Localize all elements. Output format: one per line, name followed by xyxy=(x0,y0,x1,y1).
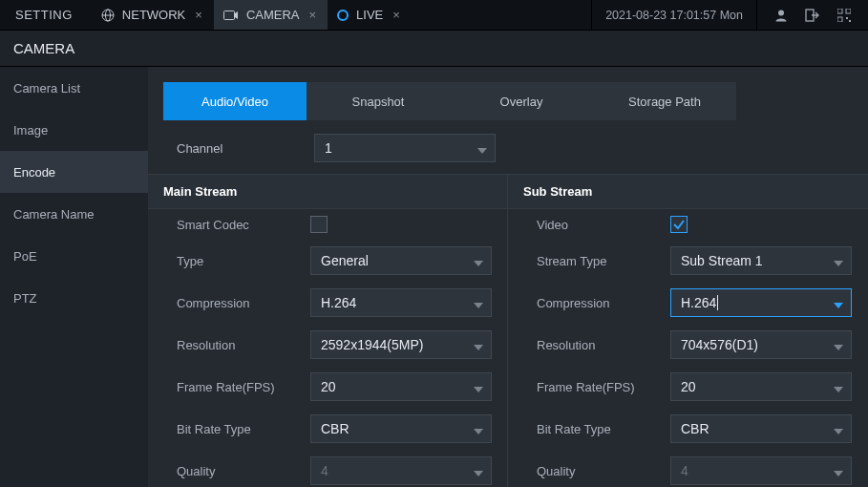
sidebar: Camera List Image Encode Camera Name PoE… xyxy=(0,67,148,487)
select-value: H.264 xyxy=(681,295,716,310)
topbar-actions xyxy=(756,0,868,30)
svg-rect-9 xyxy=(837,17,842,22)
select-value: General xyxy=(321,253,369,268)
page-title: CAMERA xyxy=(0,31,868,67)
sub-bitratetype-row: Bit Rate Type CBR xyxy=(508,408,868,450)
bitratetype-label: Bit Rate Type xyxy=(537,422,670,436)
tab-label: NETWORK xyxy=(122,8,185,22)
sub-resolution-row: Resolution 704x576(D1) xyxy=(508,324,868,366)
globe-icon xyxy=(101,9,115,22)
quality-label: Quality xyxy=(177,464,310,478)
svg-point-4 xyxy=(338,11,348,20)
video-label: Video xyxy=(537,218,670,232)
sub-video-row: Video xyxy=(508,209,868,240)
svg-rect-8 xyxy=(846,9,851,13)
sidebar-item-image[interactable]: Image xyxy=(0,109,148,151)
chevron-down-icon xyxy=(477,143,487,159)
chevron-down-icon xyxy=(834,298,843,313)
main-type-row: Type General xyxy=(148,240,507,282)
topbar-setting[interactable]: SETTING xyxy=(0,0,92,30)
select-value: 2592x1944(5MP) xyxy=(321,337,423,352)
select-value: H.264 xyxy=(321,295,356,310)
main-fps-row: Frame Rate(FPS) 20 xyxy=(148,366,507,408)
select-value: CBR xyxy=(681,421,709,436)
svg-rect-3 xyxy=(223,11,234,19)
svg-rect-11 xyxy=(849,20,851,22)
subtab-snapshot[interactable]: Snapshot xyxy=(307,82,450,120)
subtab-audio-video[interactable]: Audio/Video xyxy=(163,82,307,120)
svg-rect-10 xyxy=(846,17,848,19)
clock: 2021-08-23 17:01:57 Mon xyxy=(591,0,756,30)
sidebar-item-camera-name[interactable]: Camera Name xyxy=(0,193,148,235)
main-type-select[interactable]: General xyxy=(310,246,492,275)
logout-icon[interactable] xyxy=(805,9,820,22)
topbar: SETTING NETWORK × CAMERA × LIVE × 2021-0… xyxy=(0,0,868,31)
bitratetype-label: Bit Rate Type xyxy=(177,422,310,436)
select-value: 20 xyxy=(681,379,696,394)
sidebar-item-ptz[interactable]: PTZ xyxy=(0,277,148,319)
smart-codec-checkbox[interactable] xyxy=(310,216,328,233)
tab-camera[interactable]: CAMERA × xyxy=(214,0,328,30)
sidebar-item-encode[interactable]: Encode xyxy=(0,151,148,193)
circle-icon xyxy=(337,10,349,21)
subtab-overlay[interactable]: Overlay xyxy=(450,82,593,120)
resolution-label: Resolution xyxy=(537,338,670,352)
channel-select[interactable]: 1 xyxy=(314,134,496,162)
sub-resolution-select[interactable]: 704x576(D1) xyxy=(670,330,852,359)
type-label: Type xyxy=(177,254,310,268)
tab-label: CAMERA xyxy=(246,8,300,22)
main-resolution-row: Resolution 2592x1944(5MP) xyxy=(148,324,507,366)
select-value: CBR xyxy=(321,421,349,436)
chevron-down-icon xyxy=(474,256,483,271)
qr-icon[interactable] xyxy=(837,9,851,22)
compression-label: Compression xyxy=(177,296,310,310)
topbar-spacer xyxy=(412,0,591,30)
sub-bitratetype-select[interactable]: CBR xyxy=(670,414,852,443)
sub-fps-select[interactable]: 20 xyxy=(670,372,852,401)
chevron-down-icon xyxy=(474,424,483,439)
chevron-down-icon xyxy=(834,466,843,481)
chevron-down-icon xyxy=(474,382,483,397)
sidebar-item-camera-list[interactable]: Camera List xyxy=(0,67,148,109)
tab-network[interactable]: NETWORK × xyxy=(92,0,214,30)
chevron-down-icon xyxy=(474,298,483,313)
main-resolution-select[interactable]: 2592x1944(5MP) xyxy=(310,330,492,359)
streams: Main Stream Smart Codec Type General Com… xyxy=(148,174,868,487)
sub-streamtype-select[interactable]: Sub Stream 1 xyxy=(670,246,852,275)
subtab-storage-path[interactable]: Storage Path xyxy=(593,82,736,120)
sidebar-item-poe[interactable]: PoE xyxy=(0,235,148,277)
main-quality-row: Quality 4 xyxy=(148,450,507,487)
main-fps-select[interactable]: 20 xyxy=(310,372,492,401)
select-value: 4 xyxy=(321,463,328,478)
select-value: 4 xyxy=(681,463,688,478)
compression-label: Compression xyxy=(537,296,670,310)
sub-compression-row: Compression H.264 xyxy=(508,282,868,324)
sub-stream-header: Sub Stream xyxy=(508,175,868,209)
tab-live[interactable]: LIVE × xyxy=(328,0,412,30)
main-bitratetype-select[interactable]: CBR xyxy=(310,414,492,443)
subtabs: Audio/Video Snapshot Overlay Storage Pat… xyxy=(148,67,868,130)
close-icon[interactable]: × xyxy=(193,8,204,22)
user-icon[interactable] xyxy=(774,9,788,22)
svg-rect-7 xyxy=(837,9,842,13)
chevron-down-icon xyxy=(834,424,843,439)
close-icon[interactable]: × xyxy=(307,8,319,22)
chevron-down-icon xyxy=(474,340,483,355)
channel-value: 1 xyxy=(325,140,332,156)
sub-quality-select[interactable]: 4 xyxy=(670,456,852,485)
topbar-tabs: NETWORK × CAMERA × LIVE × xyxy=(92,0,412,30)
text-caret xyxy=(717,295,718,310)
chevron-down-icon xyxy=(474,466,483,481)
main-compression-select[interactable]: H.264 xyxy=(310,288,492,317)
chevron-down-icon xyxy=(834,382,843,397)
close-icon[interactable]: × xyxy=(391,8,402,22)
main-smart-codec-row: Smart Codec xyxy=(148,209,507,240)
fps-label: Frame Rate(FPS) xyxy=(177,380,310,394)
chevron-down-icon xyxy=(834,340,843,355)
camera-icon xyxy=(223,10,239,21)
sub-streamtype-row: Stream Type Sub Stream 1 xyxy=(508,240,868,282)
main-quality-select[interactable]: 4 xyxy=(310,456,492,485)
video-checkbox[interactable] xyxy=(670,216,688,233)
sub-compression-select[interactable]: H.264 xyxy=(670,288,852,317)
quality-label: Quality xyxy=(537,464,670,478)
